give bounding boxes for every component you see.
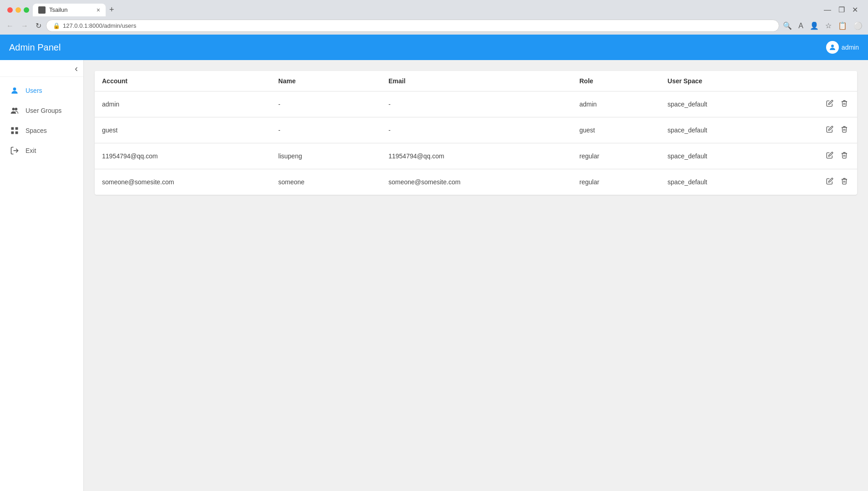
cell-userspace: space_default (660, 117, 792, 143)
sidebar-item-users[interactable]: Users (2, 81, 82, 100)
cell-actions (792, 117, 857, 143)
cell-actions (792, 169, 857, 195)
exit-icon (9, 146, 20, 155)
svg-rect-4 (11, 127, 14, 130)
cell-userspace: space_default (660, 91, 792, 117)
cell-email: - (381, 91, 572, 117)
edit-button[interactable] (824, 98, 835, 111)
users-table: Account Name Email Role User Space admin… (95, 71, 857, 195)
users-table-container: Account Name Email Role User Space admin… (95, 71, 857, 195)
cell-role: admin (572, 91, 660, 117)
column-header-userspace: User Space (660, 71, 792, 91)
cell-account: guest (95, 117, 271, 143)
table-header-row: Account Name Email Role User Space (95, 71, 857, 91)
window-minimize-btn2[interactable]: — (821, 5, 834, 15)
column-header-actions (792, 71, 857, 91)
window-minimize-button[interactable] (15, 7, 21, 13)
window-close-btn2[interactable]: ✕ (849, 5, 861, 15)
table-row: someone@somesite.com someone someone@som… (95, 169, 857, 195)
header-user: admin (826, 41, 859, 54)
sidebar-nav: Users User Groups (0, 77, 83, 164)
sidebar-spaces-label: Spaces (26, 127, 47, 134)
lock-icon: 🔒 (53, 22, 60, 29)
header-username: admin (842, 44, 859, 51)
table-row: admin - - admin space_default (95, 91, 857, 117)
header-user-icon (826, 41, 839, 54)
tab-title: Tsailun (49, 6, 93, 13)
delete-button[interactable] (839, 98, 850, 111)
profile-icon[interactable]: 👤 (808, 20, 821, 32)
delete-button[interactable] (839, 124, 850, 137)
account-icon[interactable]: ⚪ (852, 20, 864, 32)
collections-icon[interactable]: 📋 (836, 20, 849, 32)
header-title: Admin Panel (9, 42, 61, 53)
search-icon[interactable]: 🔍 (781, 20, 794, 32)
cell-actions (792, 91, 857, 117)
column-header-name: Name (271, 71, 381, 91)
svg-point-3 (15, 108, 17, 111)
cell-account: someone@somesite.com (95, 169, 271, 195)
svg-point-0 (831, 45, 834, 47)
cell-account: admin (95, 91, 271, 117)
users-icon (9, 86, 20, 95)
tab-close-icon[interactable]: × (97, 6, 100, 14)
svg-rect-7 (15, 132, 18, 134)
cell-name: someone (271, 169, 381, 195)
browser-toolbar: ← → ↻ 🔒 127.0.0.1:8000/admin/users 🔍 A 👤… (0, 17, 868, 35)
svg-point-2 (12, 108, 15, 111)
svg-rect-6 (11, 132, 14, 134)
sidebar-exit-label: Exit (26, 147, 36, 154)
sidebar-item-spaces[interactable]: Spaces (2, 121, 82, 140)
user-groups-icon (9, 106, 20, 115)
cell-email: - (381, 117, 572, 143)
column-header-email: Email (381, 71, 572, 91)
tab-favicon (38, 6, 46, 14)
sidebar: ‹ Users (0, 60, 84, 491)
sidebar-user-groups-label: User Groups (26, 107, 61, 114)
cell-actions (792, 143, 857, 169)
cell-role: guest (572, 117, 660, 143)
cell-email: 11954794@qq.com (381, 143, 572, 169)
column-header-account: Account (95, 71, 271, 91)
cell-email: someone@somesite.com (381, 169, 572, 195)
column-header-role: Role (572, 71, 660, 91)
cell-account: 11954794@qq.com (95, 143, 271, 169)
table-row: guest - - guest space_default (95, 117, 857, 143)
delete-button[interactable] (839, 176, 850, 188)
cell-role: regular (572, 143, 660, 169)
sidebar-item-user-groups[interactable]: User Groups (2, 101, 82, 120)
cell-name: lisupeng (271, 143, 381, 169)
url-text: 127.0.0.1:8000/admin/users (63, 22, 136, 29)
table-row: 11954794@qq.com lisupeng 11954794@qq.com… (95, 143, 857, 169)
delete-button[interactable] (839, 150, 850, 162)
reload-button[interactable]: ↻ (33, 20, 44, 32)
sidebar-users-label: Users (26, 87, 42, 94)
sidebar-collapse-area: ‹ (0, 60, 83, 77)
new-tab-button[interactable]: + (106, 3, 118, 16)
cell-userspace: space_default (660, 143, 792, 169)
cell-name: - (271, 117, 381, 143)
window-maximize-button[interactable] (24, 7, 29, 13)
translate-icon[interactable]: A (797, 20, 805, 32)
sidebar-item-exit[interactable]: Exit (2, 142, 82, 160)
svg-point-1 (13, 87, 16, 91)
favorites-icon[interactable]: ☆ (823, 20, 833, 32)
edit-button[interactable] (824, 150, 835, 162)
svg-rect-5 (15, 127, 18, 130)
main-content: Account Name Email Role User Space admin… (84, 60, 868, 491)
cell-userspace: space_default (660, 169, 792, 195)
window-close-button[interactable] (7, 7, 13, 13)
app-body: ‹ Users (0, 60, 868, 491)
browser-tab[interactable]: Tsailun × (33, 4, 106, 16)
window-restore-btn[interactable]: ❐ (836, 5, 848, 15)
spaces-icon (9, 126, 20, 135)
sidebar-collapse-button[interactable]: ‹ (75, 64, 78, 73)
address-bar[interactable]: 🔒 127.0.0.1:8000/admin/users (46, 20, 779, 32)
forward-button[interactable]: → (18, 20, 31, 32)
edit-button[interactable] (824, 176, 835, 188)
edit-button[interactable] (824, 124, 835, 137)
app-header: Admin Panel admin (0, 35, 868, 60)
browser-toolbar-icons: 🔍 A 👤 ☆ 📋 ⚪ (781, 20, 864, 32)
cell-role: regular (572, 169, 660, 195)
back-button[interactable]: ← (4, 20, 16, 32)
